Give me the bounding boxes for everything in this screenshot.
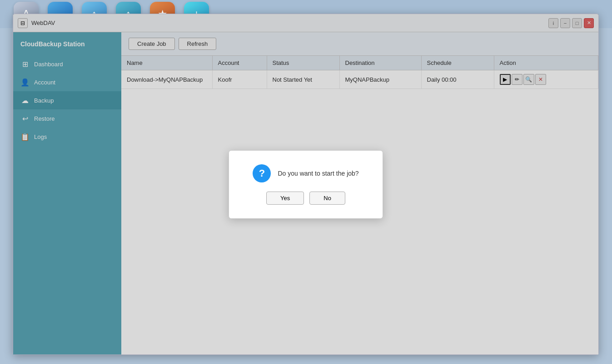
dialog-overlay: ? Do you want to start the job? Yes No bbox=[13, 32, 598, 354]
dialog-buttons: Yes No bbox=[266, 192, 345, 205]
dialog-content: ? Do you want to start the job? bbox=[253, 164, 358, 182]
dialog: ? Do you want to start the job? Yes No bbox=[229, 150, 383, 219]
main-window: ⊟ WebDAV i − □ ✕ CloudBackup Station ⊞ D… bbox=[13, 14, 599, 355]
dialog-message: Do you want to start the job? bbox=[278, 170, 358, 177]
dialog-question-icon: ? bbox=[253, 164, 271, 182]
window-body: CloudBackup Station ⊞ Dashboard 👤 Accoun… bbox=[13, 32, 598, 354]
dialog-no-button[interactable]: No bbox=[309, 192, 345, 205]
dialog-yes-button[interactable]: Yes bbox=[266, 192, 304, 205]
main-content: Create Job Refresh Name Account bbox=[121, 32, 598, 354]
